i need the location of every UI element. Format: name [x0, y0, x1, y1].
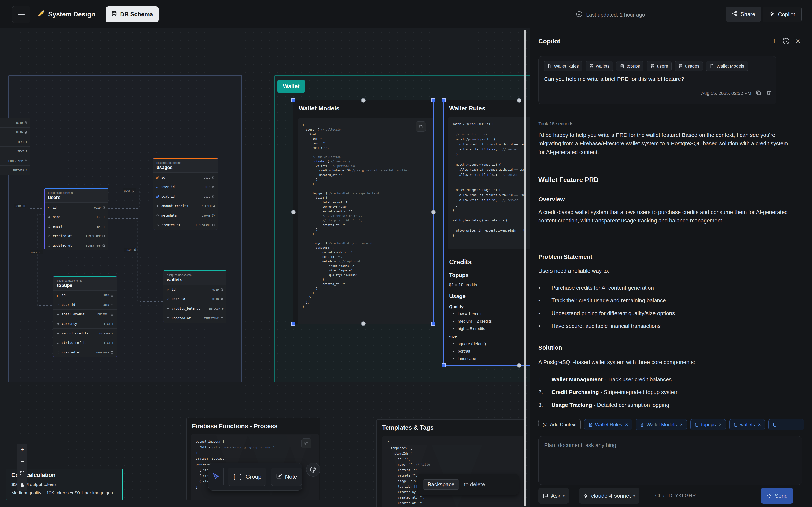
- selection-handle[interactable]: [517, 363, 521, 368]
- table-row[interactable]: credits_balanceINTEGER#: [163, 304, 226, 313]
- selection-handle[interactable]: [517, 98, 521, 103]
- selection-handle[interactable]: [291, 99, 295, 103]
- history-button[interactable]: [780, 35, 792, 47]
- table-row[interactable]: TIMESTAMP: [0, 156, 30, 165]
- remove-chip-icon[interactable]: ×: [758, 421, 761, 428]
- table-row[interactable]: INTEGER#: [0, 165, 30, 175]
- table-row[interactable]: post_idUUID: [153, 191, 218, 201]
- remove-chip-icon[interactable]: ×: [719, 421, 722, 428]
- context-chip[interactable]: wallets×: [729, 419, 765, 430]
- copilot-button[interactable]: Copilot: [763, 7, 802, 22]
- selection-handle[interactable]: [442, 363, 446, 368]
- selection-handle[interactable]: [442, 99, 446, 103]
- table-row[interactable]: amount_creditsINTEGER#: [153, 201, 218, 211]
- zoom-fit-button[interactable]: [17, 467, 28, 479]
- tab-db-schema[interactable]: DB Schema: [106, 6, 159, 22]
- canvas-scrollbar[interactable]: [524, 30, 526, 506]
- copy-icon[interactable]: [416, 121, 426, 131]
- table-row[interactable]: idUUID: [45, 203, 108, 212]
- table-name: topups: [57, 283, 113, 288]
- table-row[interactable]: TEXTT: [0, 147, 30, 156]
- table-row[interactable]: idUUID: [163, 285, 226, 294]
- table-row[interactable]: user_idUUID: [53, 300, 116, 309]
- table-row[interactable]: total_amountDECIMAL: [53, 309, 116, 319]
- copy-icon[interactable]: [756, 90, 761, 97]
- selection-handle[interactable]: [291, 210, 296, 214]
- table-row[interactable]: created_atTIMESTAMP: [153, 220, 218, 230]
- selection-handle[interactable]: [432, 99, 436, 103]
- table-row[interactable]: idUUID: [153, 173, 218, 182]
- selection-handle[interactable]: [291, 322, 295, 326]
- primary-key-icon: [56, 294, 60, 297]
- table-row[interactable]: amount_creditsINTEGER#: [53, 329, 116, 338]
- table-row[interactable]: currencyTEXTT: [53, 319, 116, 329]
- table-row[interactable]: UUID: [0, 118, 30, 127]
- table-header[interactable]: postgres.db.schematopups: [53, 277, 116, 290]
- zoom-in-button[interactable]: +: [17, 444, 28, 455]
- context-chip[interactable]: topups: [616, 61, 644, 71]
- share-button[interactable]: Share: [726, 7, 761, 22]
- table-users[interactable]: postgres.db.schemausersidUUIDnameTEXTTem…: [44, 188, 108, 250]
- lock-button[interactable]: [17, 479, 28, 491]
- table-wallets[interactable]: postgres.db.schemawalletsidUUIDuser_idUU…: [163, 270, 226, 323]
- context-chip-partial[interactable]: [768, 419, 804, 430]
- close-icon[interactable]: ×: [792, 35, 804, 47]
- context-chip[interactable]: users: [647, 61, 671, 71]
- selection-handle[interactable]: [432, 322, 436, 326]
- group-label-wallet[interactable]: Wallet: [277, 80, 305, 93]
- select-tool[interactable]: [208, 472, 223, 481]
- context-chip[interactable]: topups×: [691, 419, 726, 430]
- bolt-icon: [583, 493, 589, 499]
- selection-handle[interactable]: [361, 321, 366, 326]
- send-button[interactable]: Send: [761, 488, 793, 504]
- table-row[interactable]: emailTEXTT: [45, 222, 108, 231]
- table-row[interactable]: updated_atTIMESTAMP: [45, 241, 108, 250]
- add-context-button[interactable]: @Add Context: [539, 419, 581, 430]
- model-select[interactable]: claude-4-sonnet▾: [579, 488, 640, 504]
- context-chip[interactable]: wallets: [586, 61, 613, 71]
- remove-chip-icon[interactable]: ×: [680, 421, 683, 428]
- chat-input[interactable]: Plan, document, ask anything: [539, 436, 802, 485]
- menu-button[interactable]: [12, 6, 30, 23]
- text-type-icon: T: [26, 140, 27, 144]
- note-button[interactable]: Note: [271, 468, 302, 486]
- chat-bubble-icon: [543, 493, 549, 499]
- table-row[interactable]: metadataJSONB{}: [153, 211, 218, 220]
- table-header[interactable]: postgres.db.schemawallets: [163, 272, 226, 285]
- new-chat-button[interactable]: +: [768, 35, 780, 47]
- context-chip[interactable]: Wallet Models×: [636, 419, 687, 430]
- table-row[interactable]: created_atTIMESTAMP: [53, 347, 116, 357]
- table-usages[interactable]: postgres.db.schemausagesidUUIDuser_idUUI…: [153, 158, 218, 230]
- table-header[interactable]: postgres.db.schemausages: [153, 159, 218, 173]
- context-chip[interactable]: Wallet Rules×: [584, 419, 632, 430]
- send-icon: [766, 493, 772, 499]
- document-icon: [640, 422, 644, 427]
- table-row[interactable]: stripe_ref_idTEXTT: [53, 338, 116, 347]
- selection-handle[interactable]: [431, 210, 436, 214]
- group-button[interactable]: [ ] Group: [228, 468, 266, 486]
- remove-chip-icon[interactable]: ×: [625, 421, 628, 428]
- delete-icon[interactable]: [766, 90, 772, 97]
- table-row[interactable]: nameTEXTT: [45, 212, 108, 222]
- table-fragment[interactable]: UUIDUUIDTEXTTTEXTTTIMESTAMPINTEGER#: [0, 118, 31, 175]
- table-row[interactable]: created_atTIMESTAMP: [45, 231, 108, 241]
- zoom-out-button[interactable]: −: [17, 455, 28, 467]
- table-icon: [733, 422, 738, 427]
- context-chip[interactable]: Wallet Rules: [544, 61, 582, 71]
- selection-handle[interactable]: [361, 98, 366, 103]
- style-palette-button[interactable]: [306, 463, 320, 476]
- table-row[interactable]: TEXTT: [0, 137, 30, 147]
- table-row[interactable]: updated_atTIMESTAMP: [163, 313, 226, 323]
- table-row[interactable]: user_idUUID: [153, 182, 218, 191]
- table-row[interactable]: UUID: [0, 127, 30, 137]
- table-topups[interactable]: postgres.db.schematopupsidUUIDuser_idUUI…: [53, 276, 117, 357]
- mode-select[interactable]: Ask▾: [539, 488, 569, 504]
- context-chip[interactable]: usages: [675, 61, 703, 71]
- table-row[interactable]: idUUID: [53, 290, 116, 300]
- table-row[interactable]: user_idUUID: [163, 294, 226, 304]
- copy-icon[interactable]: [301, 438, 311, 448]
- wallet-models-block[interactable]: Wallet Models { users: { // collection $…: [293, 100, 434, 324]
- nullable-icon: [56, 351, 60, 354]
- context-chip[interactable]: Wallet Models: [706, 61, 748, 71]
- table-header[interactable]: postgres.db.schemausers: [45, 189, 108, 203]
